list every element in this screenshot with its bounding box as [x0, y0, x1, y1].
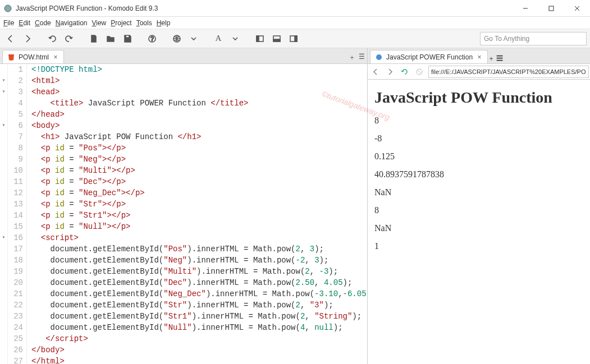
- fold-marker[interactable]: ▾: [0, 120, 7, 131]
- app-icon: [3, 4, 12, 13]
- menu-help[interactable]: Help: [157, 19, 171, 27]
- code-line[interactable]: <p id = "Neg"></p>: [31, 154, 367, 165]
- code-line[interactable]: document.getElementById("Neg").innerHTML…: [31, 255, 367, 266]
- redo-button[interactable]: [62, 31, 76, 46]
- code-line[interactable]: <title> JavaScript POWER Function </titl…: [31, 98, 367, 109]
- menu-project[interactable]: Project: [111, 19, 131, 27]
- font-dropdown-icon[interactable]: [228, 31, 243, 46]
- svg-point-0: [4, 5, 11, 12]
- line-number: 21: [8, 288, 23, 300]
- globe-icon[interactable]: [170, 31, 184, 46]
- line-number: 25: [8, 333, 23, 344]
- fold-marker: [0, 322, 7, 333]
- editor-tab-strip: POW.html × ＋ ☰: [0, 48, 367, 64]
- svg-text:?: ?: [150, 36, 154, 42]
- url-field[interactable]: file:///E:/JAVASCRIPT/JAVASCRIPT%20EXAMP…: [428, 66, 589, 78]
- code-line[interactable]: </body>: [31, 344, 367, 356]
- browser-tab-close-icon[interactable]: ×: [476, 54, 483, 61]
- title-bar: JavaScript POWER Function - Komodo Edit …: [0, 0, 590, 17]
- code-editor[interactable]: ▾▾▾▾ 12345678910111213141516171819202122…: [0, 64, 367, 364]
- dropdown-icon[interactable]: [186, 31, 201, 46]
- code-line[interactable]: document.getElementById("Dec").innerHTML…: [31, 277, 367, 288]
- code-line[interactable]: <p id = "Str"></p>: [31, 199, 367, 210]
- new-file-button[interactable]: [86, 31, 101, 46]
- back-button[interactable]: [3, 31, 18, 46]
- editor-pane: POW.html × ＋ ☰ ▾▾▾▾ 12345678910111213141…: [0, 48, 368, 364]
- code-line[interactable]: <head>: [31, 86, 367, 98]
- fold-marker: [0, 210, 7, 221]
- code-line[interactable]: <p id = "Str1"></p>: [31, 210, 367, 221]
- goto-anything-input[interactable]: Go To Anything: [480, 32, 587, 45]
- preview-result: 8: [374, 116, 584, 126]
- fold-marker: [0, 344, 7, 356]
- undo-button[interactable]: [45, 31, 60, 46]
- code-line[interactable]: document.getElementById("Neg_Dec").inner…: [31, 288, 367, 300]
- menu-navigation[interactable]: Navigation: [56, 19, 88, 27]
- fold-marker: [0, 266, 7, 277]
- code-line[interactable]: <p id = "Null"></p>: [31, 221, 367, 232]
- fold-marker[interactable]: ▾: [0, 232, 7, 243]
- code-line[interactable]: document.getElementById("Null").innerHTM…: [31, 322, 367, 333]
- menu-file[interactable]: File: [3, 19, 14, 27]
- font-icon[interactable]: A: [211, 31, 226, 46]
- code-line[interactable]: document.getElementById("Str").innerHTML…: [31, 300, 367, 311]
- line-number: 12: [8, 187, 23, 199]
- tab-menu-icon[interactable]: ☰: [359, 53, 365, 62]
- nav-forward-icon[interactable]: [385, 66, 396, 77]
- nav-back-icon[interactable]: [370, 66, 381, 77]
- code-line[interactable]: </head>: [31, 109, 367, 120]
- line-number: 8: [8, 142, 23, 154]
- code-line[interactable]: <p id = "Pos"></p>: [31, 142, 367, 154]
- code-line[interactable]: </html>: [31, 356, 367, 364]
- close-button[interactable]: [564, 0, 590, 17]
- line-number: 15: [8, 221, 23, 232]
- code-line[interactable]: document.getElementById("Pos").innerHTML…: [31, 243, 367, 255]
- save-button[interactable]: [120, 31, 135, 46]
- code-line[interactable]: <p id = "Dec"></p>: [31, 176, 367, 187]
- code-line[interactable]: <p id = "Multi"></p>: [31, 165, 367, 176]
- menu-bar: File Edit Code Navigation View Project T…: [0, 17, 590, 29]
- menu-code[interactable]: Code: [35, 19, 51, 27]
- code-line[interactable]: </script>: [31, 333, 367, 344]
- editor-tab[interactable]: POW.html ×: [2, 50, 64, 63]
- code-line[interactable]: <html>: [31, 75, 367, 86]
- tab-close-icon[interactable]: ×: [52, 54, 59, 61]
- code-line[interactable]: document.getElementById("Multi").innerHT…: [31, 266, 367, 277]
- menu-edit[interactable]: Edit: [19, 19, 30, 27]
- new-browser-tab-icon[interactable]: ＋: [488, 54, 495, 62]
- panel-bottom-icon[interactable]: [269, 31, 284, 46]
- fold-marker: [0, 333, 7, 344]
- browser-tab[interactable]: JavaScript POWER Function ×: [370, 50, 488, 63]
- code-line[interactable]: <!DOCTYPE html>: [31, 64, 367, 75]
- new-tab-icon[interactable]: ＋: [349, 53, 355, 62]
- code-line[interactable]: <p id = "Neg_Dec"></p>: [31, 187, 367, 199]
- fold-marker: [0, 131, 7, 142]
- menu-tools[interactable]: Tools: [136, 19, 152, 27]
- maximize-button[interactable]: [538, 0, 564, 17]
- menu-view[interactable]: View: [92, 19, 106, 27]
- code-line[interactable]: <body>: [31, 120, 367, 131]
- open-file-button[interactable]: [103, 31, 118, 46]
- panel-left-icon[interactable]: [253, 31, 267, 46]
- help-icon[interactable]: ?: [145, 31, 159, 46]
- code-line[interactable]: <h1> JavaScript POW Function </h1>: [31, 131, 367, 142]
- line-number: 19: [8, 266, 23, 277]
- minimize-button[interactable]: [513, 0, 538, 17]
- forward-button[interactable]: [20, 31, 35, 46]
- nav-stop-icon[interactable]: [414, 66, 425, 77]
- svg-rect-13: [295, 36, 297, 42]
- browser-tab-strip: JavaScript POWER Function × ＋ ☰: [368, 48, 590, 64]
- fold-marker[interactable]: ▾: [0, 75, 7, 86]
- fold-marker: [0, 142, 7, 154]
- code-line[interactable]: document.getElementById("Str1").innerHTM…: [31, 311, 367, 322]
- svg-line-17: [418, 70, 421, 73]
- nav-reload-icon[interactable]: [399, 66, 410, 77]
- line-number: 16: [8, 232, 23, 243]
- fold-marker[interactable]: ▾: [0, 86, 7, 98]
- panel-right-icon[interactable]: [286, 31, 301, 46]
- preview-result: 1: [374, 241, 584, 251]
- browser-tab-menu-icon[interactable]: ☰: [496, 54, 503, 62]
- fold-marker: [0, 300, 7, 311]
- html-file-icon: [7, 53, 15, 61]
- code-line[interactable]: <script>: [31, 232, 367, 243]
